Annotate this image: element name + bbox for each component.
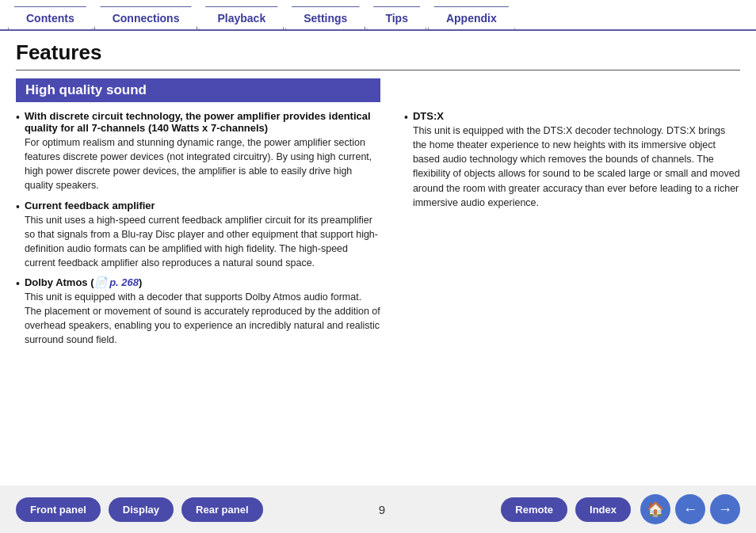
- bullet-dot: •: [16, 111, 20, 124]
- list-item: • Dolby Atmos (📄 p. 268) This unit is eq…: [16, 276, 380, 348]
- page-number: 9: [271, 503, 494, 516]
- tab-playback[interactable]: Playback: [199, 6, 284, 29]
- page-title: Features: [16, 40, 740, 70]
- bottom-right-icons: 🏠 ← →: [639, 494, 740, 524]
- bullet-content: DTS:X This unit is equipped with the DTS…: [413, 110, 740, 210]
- btn-index[interactable]: Index: [575, 497, 631, 522]
- section-header: High quality sound: [16, 78, 380, 102]
- list-item: • DTS:X This unit is equipped with the D…: [404, 110, 740, 210]
- bullet-text: This unit is equipped with a decoder tha…: [25, 290, 380, 348]
- bullet-title-end: ): [139, 276, 142, 288]
- bullet-dot: •: [16, 200, 20, 213]
- bullet-text: For optimum realism and stunning dynamic…: [25, 135, 380, 193]
- bottom-bar: Front panel Display Rear panel 9 Remote …: [0, 485, 756, 533]
- tab-connections[interactable]: Connections: [94, 6, 198, 29]
- left-column: • With discrete circuit technology, the …: [16, 110, 380, 354]
- bullet-text: This unit uses a high-speed current feed…: [25, 213, 380, 271]
- bullet-content: Current feedback amplifier This unit use…: [25, 200, 380, 271]
- main-content: Features High quality sound • With discr…: [0, 31, 756, 469]
- bullet-content: With discrete circuit technology, the po…: [25, 110, 380, 193]
- btn-display[interactable]: Display: [109, 497, 174, 522]
- two-column-layout: • With discrete circuit technology, the …: [16, 110, 740, 354]
- list-item: • Current feedback amplifier This unit u…: [16, 200, 380, 271]
- forward-button[interactable]: →: [710, 494, 740, 524]
- tab-settings[interactable]: Settings: [285, 6, 365, 29]
- bullet-dot: •: [404, 111, 408, 124]
- bullet-title: Current feedback amplifier: [25, 200, 380, 211]
- btn-rear-panel[interactable]: Rear panel: [181, 497, 262, 522]
- bullet-title-dolby: Dolby Atmos (📄 p. 268): [25, 276, 380, 288]
- dolby-atmos-link[interactable]: 📄 p. 268: [94, 276, 139, 288]
- bullet-text: This unit is equipped with the DTS:X dec…: [413, 124, 740, 210]
- bullet-title: DTS:X: [413, 110, 740, 122]
- bullet-dot: •: [16, 277, 20, 290]
- tab-appendix[interactable]: Appendix: [428, 6, 515, 29]
- tab-tips[interactable]: Tips: [367, 6, 426, 29]
- right-column: • DTS:X This unit is equipped with the D…: [404, 110, 740, 354]
- btn-remote[interactable]: Remote: [501, 497, 567, 522]
- bullet-title-text: Dolby Atmos (: [25, 276, 94, 288]
- home-button[interactable]: 🏠: [640, 494, 670, 524]
- btn-front-panel[interactable]: Front panel: [16, 497, 101, 522]
- nav-tabs: Contents Connections Playback Settings T…: [0, 0, 756, 31]
- tab-contents[interactable]: Contents: [8, 6, 93, 29]
- list-item: • With discrete circuit technology, the …: [16, 110, 380, 193]
- back-button[interactable]: ←: [675, 494, 705, 524]
- bullet-title: With discrete circuit technology, the po…: [25, 110, 380, 134]
- bullet-content: Dolby Atmos (📄 p. 268) This unit is equi…: [25, 276, 380, 348]
